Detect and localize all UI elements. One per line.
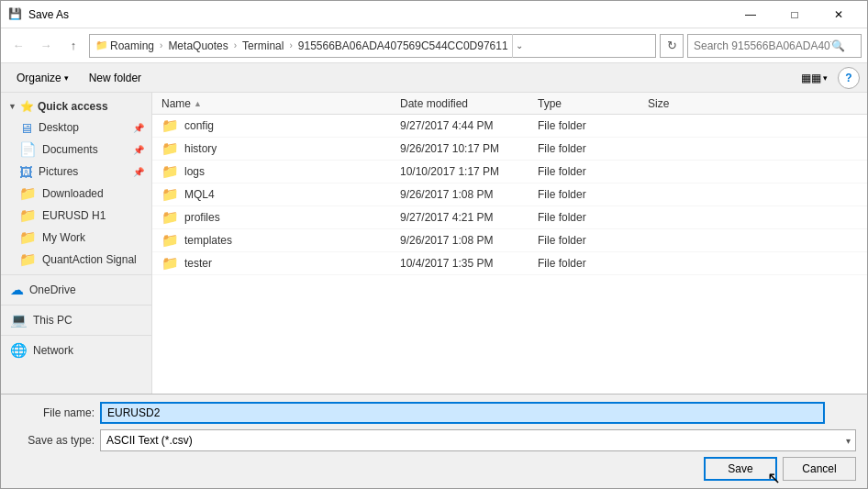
forward-button[interactable]: → [34,34,58,58]
cancel-button[interactable]: Cancel [783,457,856,481]
desktop-folder-icon: 🖥 [19,120,33,136]
column-header-name[interactable]: Name ▲ [156,94,395,113]
file-date-cell: 9/26/2017 10:17 PM [395,140,532,157]
file-date-cell: 10/10/2017 1:17 PM [395,163,532,180]
file-date-cell: 9/27/2017 4:44 PM [395,117,532,134]
up-button[interactable]: ↑ [61,34,85,58]
file-type-cell: File folder [532,255,642,272]
title-bar: 💾 Save As — □ ✕ [1,1,867,28]
sidebar-item-my-work[interactable]: 📁 My Work [1,227,151,249]
savetype-select[interactable]: ASCII Text (*.csv) [100,429,856,451]
documents-folder-icon: 📄 [19,141,37,158]
search-box[interactable]: 🔍 [687,34,862,58]
file-type-cell: File folder [532,140,642,157]
search-input[interactable] [694,39,831,52]
save-button-container: Save ↖ [704,457,777,481]
table-row[interactable]: 📁 tester 10/4/2017 1:35 PM File folder [152,252,867,275]
file-size-cell [642,193,716,196]
address-sep-1: › [160,40,162,50]
folder-icon: 📁 [161,232,179,249]
sidebar-item-eurusd-h1[interactable]: 📁 EURUSD H1 [1,205,151,227]
file-name-cell: 📁 tester [156,253,395,273]
action-bar: Organize ▾ New folder ▦▦ ▾ ? [1,63,867,93]
network-icon: 🌐 [10,342,28,359]
table-row[interactable]: 📁 logs 10/10/2017 1:17 PM File folder [152,161,867,183]
file-size-cell [642,216,716,219]
quick-access-header[interactable]: ▼ ⭐ Quick access [1,96,151,117]
file-type-cell: File folder [532,209,642,226]
table-row[interactable]: 📁 config 9/27/2017 4:44 PM File folder [152,115,867,138]
sidebar-divider-1 [1,274,151,275]
search-icon: 🔍 [831,39,845,52]
sidebar-item-documents[interactable]: 📄 Documents 📌 [1,139,151,161]
back-button[interactable]: ← [6,34,30,58]
column-header-date[interactable]: Date modified [395,94,532,113]
window-controls: — □ ✕ [729,1,860,28]
main-content: ▼ ⭐ Quick access 🖥 Desktop 📌 📄 Documents… [1,93,867,394]
quick-access-group: ▼ ⭐ Quick access 🖥 Desktop 📌 📄 Documents… [1,96,151,271]
view-button[interactable]: ▦▦ ▾ [795,67,834,89]
filename-label: File name: [12,406,95,419]
view-dropdown-icon: ▾ [823,73,828,83]
file-list-header: Name ▲ Date modified Type Size [152,93,867,115]
file-type-cell: File folder [532,163,642,180]
sidebar-item-quant-action-signal[interactable]: 📁 QuantAction Signal [1,249,151,271]
organize-button[interactable]: Organize ▾ [8,67,77,89]
quick-access-collapse-icon: ▼ [8,102,17,111]
sidebar-item-downloaded[interactable]: 📁 Downloaded [1,183,151,205]
address-bar-row: ← → ↑ 📁 Roaming › MetaQuotes › Terminal … [1,28,867,63]
sidebar-item-pictures[interactable]: 🖼 Pictures 📌 [1,161,151,183]
file-type-cell: File folder [532,117,642,134]
sidebar-item-network[interactable]: 🌐 Network [1,339,151,361]
sidebar-divider-2 [1,305,151,306]
address-segment-hash: 915566BA06ADA407569C544CC0D97611 [298,39,508,52]
minimize-button[interactable]: — [729,1,772,28]
refresh-button[interactable]: ↻ [660,34,684,58]
address-dropdown-arrow[interactable]: ⌄ [512,34,527,58]
sidebar-item-this-pc[interactable]: 💻 This PC [1,309,151,331]
close-button[interactable]: ✕ [818,1,860,28]
address-sep-3: › [289,40,292,50]
file-name-cell: 📁 profiles [156,207,395,228]
column-header-size[interactable]: Size [642,94,716,113]
organize-dropdown-icon: ▾ [64,73,69,83]
folder-icon: 📁 [161,140,179,157]
pictures-folder-icon: 🖼 [19,164,33,180]
pictures-pin-icon: 📌 [133,167,144,177]
filename-input[interactable] [107,406,818,419]
filename-input-wrapper[interactable] [100,402,825,424]
downloaded-folder-icon: 📁 [19,185,37,202]
maximize-button[interactable]: □ [773,1,816,28]
file-size-cell [642,261,716,265]
table-row[interactable]: 📁 MQL4 9/26/2017 1:08 PM File folder [152,183,867,206]
sidebar-item-desktop[interactable]: 🖥 Desktop 📌 [1,117,151,139]
sidebar-item-onedrive[interactable]: ☁ OneDrive [1,279,151,301]
file-date-cell: 9/26/2017 1:08 PM [395,186,532,203]
sidebar-divider-3 [1,335,151,336]
address-bar[interactable]: 📁 Roaming › MetaQuotes › Terminal › 9155… [89,34,656,58]
file-date-cell: 9/26/2017 1:08 PM [395,232,532,249]
file-name-cell: 📁 templates [156,230,395,250]
onedrive-icon: ☁ [10,282,24,298]
table-row[interactable]: 📁 profiles 9/27/2017 4:21 PM File folder [152,206,867,229]
bottom-bar: File name: Save as type: ASCII Text (*.c… [1,394,867,488]
save-button[interactable]: Save [704,457,777,481]
documents-pin-icon: 📌 [133,145,144,155]
new-folder-button[interactable]: New folder [81,67,150,89]
help-button[interactable]: ? [838,67,860,89]
table-row[interactable]: 📁 history 9/26/2017 10:17 PM File folder [152,138,867,161]
view-icon: ▦▦ [801,72,821,84]
file-list: Name ▲ Date modified Type Size 📁 config [152,93,867,394]
table-row[interactable]: 📁 templates 9/26/2017 1:08 PM File folde… [152,229,867,252]
save-as-dialog: 💾 Save As — □ ✕ ← → ↑ 📁 Roaming › MetaQu… [0,0,868,489]
eurusd-folder-icon: 📁 [19,207,37,224]
folder-icon: 📁 [161,117,179,134]
file-date-cell: 10/4/2017 1:35 PM [395,255,532,272]
column-header-type[interactable]: Type [532,94,642,113]
savetype-row: Save as type: ASCII Text (*.csv) ▾ [12,429,856,451]
quant-folder-icon: 📁 [19,251,37,268]
file-size-cell [642,124,716,128]
savetype-select-wrapper: ASCII Text (*.csv) ▾ [100,429,856,451]
file-name-cell: 📁 MQL4 [156,184,395,205]
folder-icon: 📁 [161,163,179,180]
